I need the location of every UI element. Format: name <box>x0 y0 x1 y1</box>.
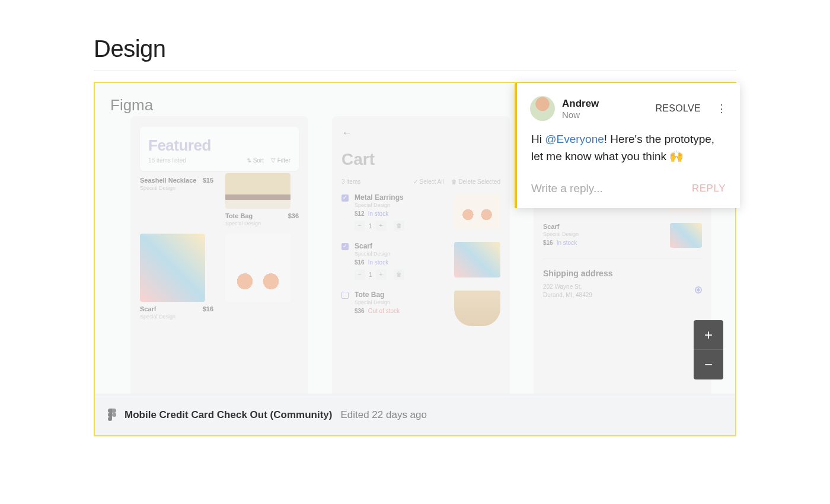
cart-item-name: Metal Earrings <box>355 193 448 202</box>
qty-minus[interactable]: − <box>355 221 365 231</box>
zoom-out-button[interactable]: − <box>694 350 723 379</box>
product-seashell: Seashell Necklace$15 Special Design <box>140 177 213 227</box>
screen-cart: ← Cart 3 items ✓ Select All 🗑 Delete Sel… <box>332 116 510 394</box>
comment-body: Hi @Everyone! Here's the prototype, let … <box>517 128 740 176</box>
cart-item-thumb <box>454 291 500 326</box>
file-name[interactable]: Mobile Credit Card Check Out (Community) <box>124 409 332 421</box>
stock-label: Out of stock <box>368 308 400 314</box>
screen-featured: Featured 18 items listed ⇅ Sort ▽ Filter… <box>130 116 308 394</box>
checkbox-icon[interactable] <box>341 194 349 202</box>
file-footer: Mobile Credit Card Check Out (Community)… <box>95 394 735 435</box>
select-all[interactable]: ✓ Select All <box>413 178 444 185</box>
zoom-in-button[interactable]: + <box>694 320 723 350</box>
reply-input[interactable]: Write a reply... <box>531 182 603 195</box>
cart-title: Cart <box>341 150 500 169</box>
list-item: Scarf Special Design $16In stock <box>543 223 702 248</box>
checkbox-icon[interactable] <box>341 292 349 299</box>
checkbox-icon[interactable] <box>341 243 349 250</box>
cart-count: 3 items <box>341 178 360 185</box>
qty-value: 1 <box>369 223 372 229</box>
radio-icon[interactable] <box>695 286 702 294</box>
product-scarf: Scarf$16 Special Design <box>140 234 213 320</box>
cart-item-price: $36 <box>355 308 365 314</box>
resolve-button[interactable]: RESOLVE <box>656 103 701 114</box>
cart-item-sub: Special Design <box>355 202 448 208</box>
product-earrings <box>225 234 299 320</box>
comment-author: Andrew <box>562 98 649 110</box>
trash-icon[interactable]: 🗑 <box>394 221 404 231</box>
shipping-section: Shipping address 202 Wayne St, Durand, M… <box>543 259 702 299</box>
figma-label: Figma <box>110 96 153 114</box>
stock-label: In stock <box>368 259 388 266</box>
featured-title: Featured <box>148 136 290 155</box>
comment-time: Now <box>562 110 649 120</box>
avatar <box>530 96 555 121</box>
qty-value: 1 <box>369 272 372 278</box>
cart-item-price: $12 <box>355 210 365 217</box>
more-icon[interactable]: ⋮ <box>716 103 727 114</box>
cart-item-price: $16 <box>355 259 365 266</box>
zoom-controls: + − <box>694 320 723 379</box>
cart-item: Scarf Special Design $16In stock −1+🗑 <box>341 242 500 280</box>
reply-button[interactable]: REPLY <box>692 183 726 194</box>
featured-header: Featured 18 items listed ⇅ Sort ▽ Filter <box>140 127 299 171</box>
item-thumb <box>670 223 702 248</box>
qty-minus[interactable]: − <box>355 269 365 280</box>
qty-plus[interactable]: + <box>376 221 387 231</box>
cart-item: Metal Earrings Special Design $12In stoc… <box>341 193 500 231</box>
qty-plus[interactable]: + <box>376 269 387 280</box>
cart-item-name: Scarf <box>355 242 448 250</box>
back-icon[interactable]: ← <box>341 127 500 139</box>
cart-item-sub: Special Design <box>355 299 448 305</box>
figma-icon <box>108 409 116 421</box>
comment-card: Andrew Now RESOLVE ⋮ Hi @Everyone! Here'… <box>515 83 740 208</box>
emoji-icon: 🙌 <box>669 150 684 162</box>
sort-action[interactable]: ⇅ Sort <box>247 157 264 164</box>
shipping-title: Shipping address <box>543 269 702 278</box>
page-title: Design <box>94 36 736 71</box>
cart-item-name: Tote Bag <box>355 291 448 299</box>
filter-action[interactable]: ▽ Filter <box>271 157 290 164</box>
cart-item-sub: Special Design <box>355 251 448 257</box>
mention[interactable]: @Everyone <box>545 133 604 145</box>
cart-item-thumb <box>454 193 500 229</box>
product-tote: Tote Bag$36 Special Design <box>225 177 299 227</box>
trash-icon[interactable]: 🗑 <box>394 269 404 280</box>
stock-label: In stock <box>368 210 388 217</box>
file-edited: Edited 22 days ago <box>340 409 427 421</box>
delete-selected[interactable]: 🗑 Delete Selected <box>451 178 500 185</box>
cart-item-thumb <box>454 242 500 277</box>
shipping-address: 202 Wayne St, Durand, MI, 48429 <box>543 283 702 299</box>
cart-item: Tote Bag Special Design $36Out of stock <box>341 291 500 326</box>
